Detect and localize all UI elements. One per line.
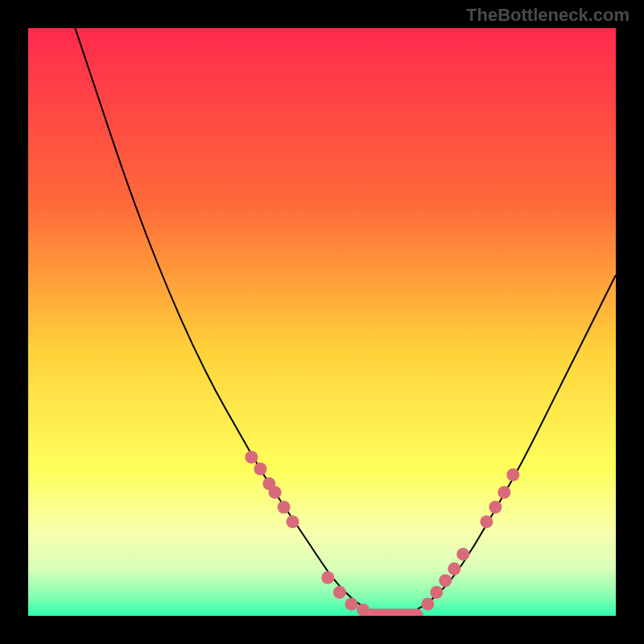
svg-rect-0 (28, 28, 616, 616)
watermark-text: TheBottleneck.com (466, 5, 630, 26)
plot-area (28, 28, 616, 616)
gradient-background (28, 28, 616, 616)
